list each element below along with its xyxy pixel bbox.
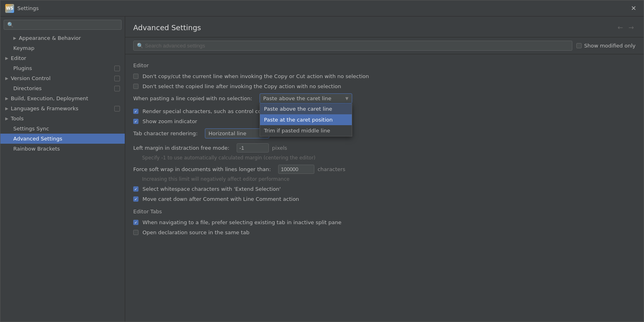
setting-label-7[interactable]: When navigating to a file, prefer select… (142, 219, 341, 225)
navigation-arrows: ← → (616, 23, 636, 32)
paste-dropdown[interactable]: Paste above the caret line ▼ (260, 93, 352, 103)
main-header: Advanced Settings ← → (125, 17, 644, 37)
force-wrap-hint: Increasing this limit will negatively af… (142, 176, 636, 182)
setting-label-1[interactable]: Don't copy/cut the current line when inv… (142, 73, 369, 79)
window-title: Settings (17, 5, 629, 11)
sidebar-item-languages[interactable]: ▶ Languages & Frameworks (0, 103, 125, 114)
checkbox-no-copy[interactable] (133, 74, 138, 79)
left-margin-label: Left margin in distraction free mode: (133, 145, 229, 151)
close-button[interactable]: ✕ (629, 4, 639, 13)
expand-arrow-icon: ▶ (5, 116, 8, 121)
sidebar-item-label: Editor (11, 55, 26, 61)
sidebar-item-label: Build, Execution, Deployment (11, 95, 88, 101)
sidebar-item-label: Settings Sync (13, 126, 49, 132)
search-icon: 🔍 (7, 22, 14, 28)
paste-option-1[interactable]: Paste above the caret line (260, 103, 352, 114)
sidebar-item-label: Advanced Settings (13, 136, 62, 142)
sidebar-item-keymap[interactable]: Keymap (0, 43, 125, 53)
setting-label-text-6: Move caret down after Comment with Line … (142, 196, 299, 202)
setting-label-8[interactable]: Open declaration source in the same tab (142, 229, 250, 235)
back-button[interactable]: ← (616, 23, 624, 32)
setting-row-8: Open declaration source in the same tab (133, 229, 636, 235)
advanced-search-box[interactable]: 🔍 (133, 41, 572, 51)
checkbox-whitespace[interactable]: ✓ (133, 186, 138, 192)
vc-badge (114, 76, 120, 81)
pixels-label: pixels (272, 145, 287, 151)
left-margin-row: Left margin in distraction free mode: pi… (133, 143, 636, 153)
sidebar-item-editor[interactable]: ▶ Editor (0, 53, 125, 63)
setting-row-3: ✓ Render special characters, such as con… (133, 108, 636, 114)
setting-row-5: ✓ Select whitespace characters with 'Ext… (133, 186, 636, 192)
setting-label-5[interactable]: Select whitespace characters with 'Exten… (142, 186, 281, 192)
sidebar-item-label: Rainbow Brackets (13, 146, 60, 152)
checkbox-no-select[interactable] (133, 84, 138, 89)
characters-label: characters (318, 166, 345, 172)
sidebar-item-label: Tools (11, 116, 24, 122)
expand-arrow-icon: ▶ (13, 36, 17, 40)
lang-badge (114, 106, 120, 111)
dir-badge (114, 86, 120, 91)
setting-row-7: ✓ When navigating to a file, prefer sele… (133, 219, 636, 225)
sidebar-item-label: Keymap (13, 45, 34, 51)
setting-row-6: ✓ Move caret down after Comment with Lin… (133, 196, 636, 202)
sidebar-item-label: Appearance & Behavior (19, 35, 81, 41)
paste-setting-row: When pasting a line copied with no selec… (133, 93, 636, 103)
checkbox-zoom-indicator[interactable]: ✓ (133, 119, 138, 124)
force-wrap-label: Force soft wrap in documents with lines … (133, 166, 271, 172)
sidebar-item-build[interactable]: ▶ Build, Execution, Deployment (0, 93, 125, 103)
app-icon: WS (5, 4, 14, 13)
setting-row-4: ✓ Show zoom indicator (133, 118, 636, 124)
sidebar-item-tools[interactable]: ▶ Tools (0, 114, 125, 124)
page-title: Advanced Settings (133, 23, 201, 32)
sidebar-search-input[interactable] (15, 22, 118, 28)
checkbox-prefer-existing-tab[interactable]: ✓ (133, 220, 138, 225)
checkbox-move-caret[interactable]: ✓ (133, 196, 138, 202)
setting-label-text-5: Select whitespace characters with 'Exten… (142, 186, 281, 192)
expand-arrow-icon: ▶ (5, 56, 8, 60)
sidebar-item-settings-sync[interactable]: Settings Sync (0, 124, 125, 134)
titlebar: WS Settings ✕ (0, 0, 644, 17)
setting-label-6[interactable]: Move caret down after Comment with Line … (142, 196, 299, 202)
setting-label-4[interactable]: Show zoom indicator (142, 118, 197, 124)
settings-content: Editor Don't copy/cut the current line w… (125, 54, 644, 322)
sidebar-item-label: Directories (13, 85, 42, 91)
main-toolbar: 🔍 Show modified only (125, 37, 644, 54)
forward-button[interactable]: → (627, 23, 636, 32)
checkbox-open-declaration[interactable] (133, 230, 138, 235)
setting-label-text-7: When navigating to a file, prefer select… (142, 219, 341, 225)
paste-label: When pasting a line copied with no selec… (133, 95, 252, 101)
chevron-down-icon: ▼ (345, 96, 349, 101)
sidebar-item-label: Plugins (13, 65, 32, 71)
paste-dropdown-menu: Paste above the caret line Paste at the … (260, 103, 352, 136)
sidebar-item-directories[interactable]: Directories (0, 83, 125, 93)
sidebar-item-advanced-settings[interactable]: Advanced Settings (0, 134, 125, 144)
paste-option-2[interactable]: Paste at the caret position (260, 114, 352, 125)
tab-rendering-label: Tab character rendering: (133, 130, 198, 136)
show-modified-toggle[interactable]: Show modified only (576, 43, 636, 49)
editor-tabs-section-title: Editor Tabs (133, 208, 636, 215)
setting-label-2[interactable]: Don't select the copied line after invok… (142, 83, 341, 89)
force-wrap-row: Force soft wrap in documents with lines … (133, 165, 636, 174)
editor-section-title: Editor (133, 62, 636, 68)
expand-arrow-icon: ▶ (5, 106, 8, 111)
sidebar-item-label: Languages & Frameworks (11, 105, 78, 111)
left-margin-hint: Specify -1 to use automatically calculat… (142, 155, 636, 161)
show-modified-checkbox[interactable] (576, 43, 582, 48)
sidebar-item-version-control[interactable]: ▶ Version Control (0, 73, 125, 83)
paste-option-3[interactable]: Trim if pasted middle line (260, 125, 352, 136)
left-margin-input[interactable] (237, 143, 269, 153)
search-icon: 🔍 (137, 43, 143, 49)
advanced-search-input[interactable] (145, 43, 569, 49)
checkbox-render-special[interactable]: ✓ (133, 109, 138, 114)
paste-dropdown-container: Paste above the caret line ▼ Paste above… (260, 93, 352, 103)
sidebar-search[interactable]: 🔍 (4, 20, 122, 30)
sidebar-item-appearance[interactable]: ▶ Appearance & Behavior (0, 33, 125, 43)
expand-arrow-icon: ▶ (5, 96, 8, 101)
main-panel: Advanced Settings ← → 🔍 Show modified on… (125, 17, 644, 322)
force-wrap-input[interactable] (278, 165, 314, 174)
sidebar-item-label: Version Control (11, 75, 51, 81)
setting-label-text-8: Open declaration source in the same tab (142, 229, 250, 235)
sidebar-item-plugins[interactable]: Plugins (0, 63, 125, 73)
expand-arrow-icon: ▶ (5, 76, 8, 80)
sidebar-item-rainbow-brackets[interactable]: Rainbow Brackets (0, 144, 125, 154)
